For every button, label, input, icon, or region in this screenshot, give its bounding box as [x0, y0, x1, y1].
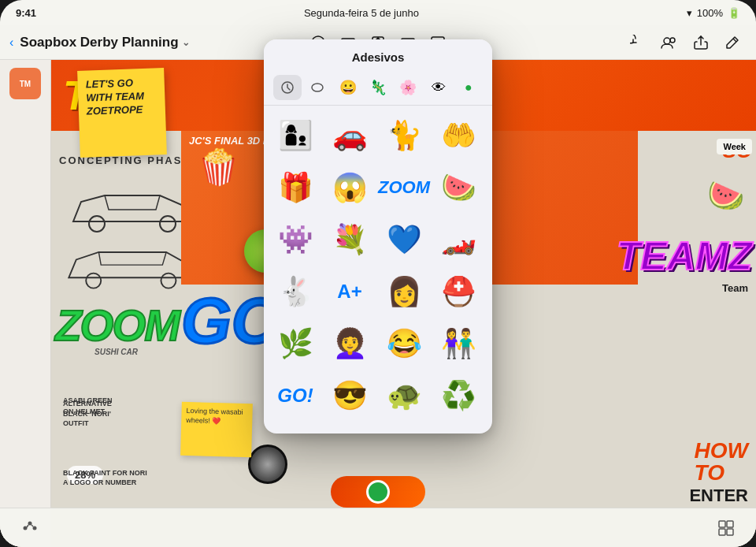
- sticker-car[interactable]: 🚗: [326, 112, 373, 159]
- title-chevron-icon: ⌄: [182, 37, 190, 48]
- sticker-monster[interactable]: 👾: [272, 216, 319, 263]
- sticker-heart[interactable]: 💙: [380, 216, 428, 263]
- bottom-left-btn[interactable]: [16, 514, 44, 542]
- svg-line-20: [32, 525, 33, 527]
- sticker-gift[interactable]: 🎁: [272, 164, 319, 211]
- status-time: 9:41: [16, 7, 36, 19]
- sticker-recycle[interactable]: ♻️: [435, 372, 482, 419]
- svg-point-10: [89, 216, 105, 232]
- svg-rect-22: [727, 521, 733, 527]
- ipad-frame: 9:41 Segunda-feira 5 de junho ▾ 100% 🔋 ‹…: [0, 0, 756, 547]
- teamz-banner: TEAMZ: [617, 233, 752, 279]
- category-recent-btn[interactable]: [273, 75, 302, 100]
- sticker-racecar[interactable]: 🏎️: [435, 216, 482, 263]
- wheel-decoration: [248, 445, 287, 484]
- svg-rect-21: [719, 521, 725, 527]
- sticker-couple[interactable]: 👫: [435, 320, 482, 367]
- svg-rect-23: [719, 529, 725, 535]
- back-button[interactable]: ‹: [9, 35, 13, 50]
- battery-icon: 🔋: [728, 7, 740, 19]
- category-green-btn[interactable]: ●: [454, 75, 483, 100]
- sticker-go[interactable]: GO!: [272, 372, 319, 419]
- alternative-text: ALTERNATIVE BLACK 'NORI' OUTFIT: [63, 399, 112, 429]
- svg-point-18: [33, 526, 37, 530]
- wifi-icon: ▾: [687, 7, 692, 19]
- category-shapes-btn[interactable]: [303, 75, 332, 100]
- right-toolbar: [624, 28, 747, 57]
- sticker-turtle[interactable]: 🐢: [380, 372, 428, 419]
- document-title: Soapbox Derby Planning ⌄: [20, 35, 189, 50]
- category-flowers-btn[interactable]: 🌸: [394, 75, 422, 100]
- status-bar: 9:41 Segunda-feira 5 de junho ▾ 100% 🔋: [0, 0, 756, 25]
- enter-text: ENTER: [689, 486, 748, 506]
- watermelon-emoji: 🍉: [707, 178, 744, 213]
- stickers-header: Adesivos: [264, 39, 492, 70]
- svg-point-9: [670, 38, 675, 43]
- concepting-label: CONCEPTING PHASE: [59, 154, 191, 166]
- sticker-zoom[interactable]: ZOOM: [380, 164, 428, 211]
- sticker-rabbit[interactable]: 🐇: [272, 268, 319, 315]
- share-btn[interactable]: [687, 28, 715, 57]
- sticky-note-1: LET'S GO WITH TEAM ZOETROPE: [77, 68, 167, 158]
- ipad-screen: 9:41 Segunda-feira 5 de junho ▾ 100% 🔋 ‹…: [0, 0, 756, 547]
- svg-point-13: [161, 274, 176, 288]
- sticker-helmet[interactable]: ⛑️: [435, 268, 482, 315]
- stickers-panel: Adesivos 😀: [264, 39, 492, 434]
- stickers-grid: 👩‍👦 🚗 🐈 🤲 🎁 😱 ZOOM 🍉 👾 💐 💙 🏎️ 🐇 A+ 👩 ⛑️: [264, 106, 492, 426]
- category-eyes-btn[interactable]: 👁: [424, 75, 452, 100]
- history-btn[interactable]: [624, 28, 652, 57]
- title-text: Soapbox Derby Planning: [20, 35, 178, 50]
- status-right: ▾ 100% 🔋: [687, 7, 740, 19]
- edit-btn[interactable]: [718, 28, 747, 57]
- svg-rect-24: [727, 529, 733, 535]
- popcorn-sticker: 🍿: [197, 147, 240, 188]
- back-chevron-icon: ‹: [9, 35, 13, 50]
- collaborators-btn[interactable]: [655, 28, 684, 57]
- sticker-shocked[interactable]: 😱: [326, 164, 373, 211]
- sticky-note-text: LET'S GO WITH TEAM ZOETROPE: [85, 76, 158, 118]
- sticky-note-mini: Loving the wasabi wheels! ❤️: [180, 402, 253, 457]
- sticker-hands[interactable]: 🤲: [435, 112, 482, 159]
- sticker-girl2[interactable]: 👩‍🦱: [326, 320, 373, 367]
- svg-line-19: [27, 525, 28, 527]
- svg-point-11: [160, 216, 176, 232]
- svg-point-8: [664, 38, 670, 44]
- bottom-toolbar: [0, 508, 756, 547]
- week-label: Week: [717, 139, 752, 154]
- svg-point-12: [86, 274, 101, 288]
- sticker-girl[interactable]: 👩: [380, 268, 428, 315]
- category-emoji-btn[interactable]: 😀: [334, 75, 362, 100]
- svg-point-17: [28, 521, 32, 525]
- stickers-category-bar: 😀 🦎 🌸 👁 ●: [264, 70, 492, 106]
- zoom-graffiti: ZOOM: [55, 300, 179, 351]
- stickers-title: Adesivos: [276, 50, 480, 64]
- sticker-leaves[interactable]: 🌿: [272, 320, 319, 367]
- sticker-sunglasses[interactable]: 😎: [326, 372, 373, 419]
- left-panel: TM: [0, 60, 51, 547]
- sticker-flowers[interactable]: 💐: [326, 216, 373, 263]
- status-date: Segunda-feira 5 de junho: [304, 7, 419, 19]
- how-to-section: HOW TO: [695, 440, 748, 484]
- to-text: TO: [695, 462, 748, 484]
- team-label-right: Team: [722, 282, 748, 294]
- sticker-aplus[interactable]: A+: [326, 268, 373, 315]
- battery-label: 100%: [697, 7, 723, 19]
- sticker-family[interactable]: 👩‍👦: [272, 112, 319, 159]
- black-paint-text: BLACK PAINT FOR NORI A LOGO OR NUMBER: [63, 468, 147, 488]
- svg-point-15: [312, 84, 323, 91]
- car-bottom: [331, 476, 425, 508]
- car-wheel-front: [366, 480, 390, 504]
- sticker-laughing[interactable]: 😂: [380, 320, 428, 367]
- category-animals-btn[interactable]: 🦎: [364, 75, 392, 100]
- team-badge: TM: [9, 68, 41, 99]
- how-text: HOW: [695, 440, 748, 462]
- sticker-cat[interactable]: 🐈: [380, 112, 428, 159]
- sticker-watermelon[interactable]: 🍉: [435, 164, 482, 211]
- bottom-right-btn[interactable]: [712, 514, 740, 542]
